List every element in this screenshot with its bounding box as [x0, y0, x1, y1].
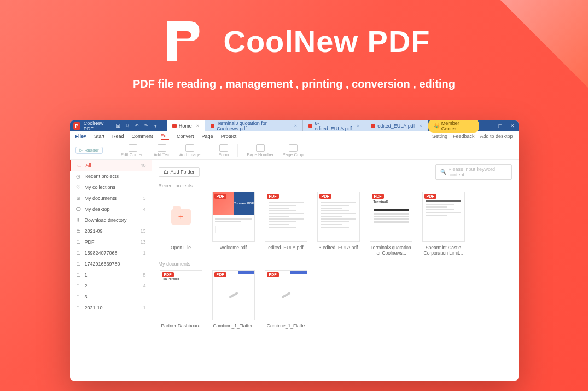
- menu-convert[interactable]: Convert: [177, 134, 194, 139]
- main-content: 🗀 Add Folder 🔍 Please input keyword cont…: [152, 160, 519, 381]
- menu-feedback[interactable]: Feedback: [453, 134, 475, 139]
- menu-comment[interactable]: Comment: [132, 134, 153, 139]
- sidebar-item-label: Recent projects: [85, 174, 119, 179]
- tab-document[interactable]: Terminal3 quotation for Coolnews.pdf ×: [205, 120, 303, 131]
- sidebar-item-count: 3: [143, 196, 145, 201]
- member-center-label: Member Center: [441, 120, 474, 131]
- sidebar-item-label: PDF: [85, 239, 95, 245]
- file-card[interactable]: PDF edited_EULA.pdf: [264, 192, 308, 256]
- menu-add-desktop[interactable]: Add to desktop: [480, 134, 513, 139]
- sidebar-item[interactable]: 🗀 2 4: [70, 280, 152, 291]
- add-folder-button[interactable]: 🗀 Add Folder: [159, 167, 200, 177]
- file-card[interactable]: PDFTerminal3 Terminal3 quotation for Coo…: [369, 192, 414, 256]
- sidebar-item[interactable]: ▭ All 40: [70, 160, 152, 171]
- app-logo-icon: [158, 16, 207, 66]
- folder-icon: 🗀: [75, 294, 81, 300]
- page-number-icon: [256, 144, 265, 152]
- tab-document[interactable]: edited_EULA.pdf ×: [365, 120, 428, 131]
- sidebar-item-count: 13: [140, 239, 145, 245]
- pdf-badge: PDF: [319, 194, 331, 199]
- member-center-button[interactable]: 👑 Member Center: [428, 120, 479, 133]
- sidebar-item[interactable]: 🗀 159824077068 1: [70, 248, 152, 258]
- sidebar-item-label: 2021-10: [85, 305, 103, 311]
- search-input[interactable]: 🔍 Please input keyword content: [435, 164, 512, 180]
- app-window: P CoolNew PDF 🖫 ⎙ ↶ ↷ ▾ Home × Terminal3…: [70, 120, 519, 381]
- window-titlebar: P CoolNew PDF 🖫 ⎙ ↶ ↷ ▾ Home × Terminal3…: [70, 120, 519, 131]
- file-name: Terminal3 quotation for Coolnews...: [369, 245, 414, 256]
- separator: [112, 144, 112, 157]
- save-icon[interactable]: 🖫: [113, 123, 123, 129]
- file-card[interactable]: PDF 6-edited_EULA.pdf: [316, 192, 361, 256]
- file-card[interactable]: PDF Spearmint Castle Corporation Limit..…: [421, 192, 466, 256]
- file-thumbnail: PDF: [212, 270, 255, 320]
- maximize-icon[interactable]: ▢: [494, 123, 507, 129]
- sidebar-item[interactable]: 🗎 My documents 3: [70, 193, 152, 204]
- crown-icon: 👑: [434, 123, 440, 129]
- close-icon[interactable]: ×: [196, 123, 199, 129]
- pdf-badge: PDF: [372, 194, 384, 199]
- sidebar-item[interactable]: 🖵 My desktop 4: [70, 204, 152, 215]
- file-card[interactable]: PDF Combine_1_Flatten: [211, 270, 256, 329]
- file-card[interactable]: PDFBD Portfolio Partner Dashboard: [159, 270, 203, 329]
- ribbon-page-crop[interactable]: Page Crop: [283, 144, 304, 157]
- menu-protect[interactable]: Protect: [221, 134, 237, 139]
- sidebar-item[interactable]: 🗀 2021-10 1: [70, 302, 152, 313]
- sidebar-item[interactable]: ⬇ Download directory: [70, 215, 152, 226]
- close-icon[interactable]: ✕: [507, 123, 519, 129]
- menu-start[interactable]: Start: [94, 134, 104, 139]
- sidebar-item[interactable]: 🗀 PDF 13: [70, 237, 152, 248]
- sidebar-item-count: 4: [143, 283, 145, 289]
- reader-mode-button[interactable]: ▷ Reader: [75, 147, 103, 154]
- close-icon[interactable]: ×: [357, 123, 359, 129]
- sidebar-item-count: 13: [140, 228, 145, 234]
- undo-icon[interactable]: ↶: [132, 123, 141, 129]
- menu-file[interactable]: File▾: [75, 134, 87, 139]
- file-card[interactable]: PDF Combine_1_Flatte: [264, 270, 308, 329]
- folder-icon: 🗀: [75, 228, 81, 234]
- sidebar-item[interactable]: ◷ Recent projects: [70, 171, 152, 182]
- menu-edit[interactable]: Edit: [161, 133, 170, 140]
- ribbon-page-number[interactable]: Page Number: [247, 144, 273, 157]
- tab-label: 6-edited_EULA.pdf: [315, 120, 352, 131]
- sidebar-item[interactable]: ♡ My collections: [70, 182, 152, 193]
- dropdown-icon[interactable]: ▾: [151, 123, 160, 129]
- sidebar-item-label: 159824077068: [85, 250, 118, 256]
- open-file-card[interactable]: + Open File: [159, 192, 203, 256]
- folder-icon: 🗀: [75, 261, 81, 267]
- ribbon-add-image[interactable]: Add Image: [179, 144, 201, 157]
- section-recent-label: Recent projects: [159, 183, 512, 188]
- play-icon: ▷: [79, 148, 83, 153]
- redo-icon[interactable]: ↷: [142, 123, 151, 129]
- tab-icon: [308, 124, 312, 128]
- ribbon-edit-content[interactable]: Edit Content: [121, 144, 145, 157]
- menu-read[interactable]: Read: [112, 134, 124, 139]
- ribbon-add-text[interactable]: Add Text: [154, 144, 171, 157]
- close-icon[interactable]: ×: [294, 123, 297, 129]
- sidebar-item-count: 5: [143, 272, 145, 278]
- file-card[interactable]: PDFCoolnew PDF Welcome.pdf: [211, 192, 256, 256]
- docs-grid: PDFBD Portfolio Partner DashboardPDF Com…: [159, 270, 512, 329]
- file-name: Spearmint Castle Corporation Limit...: [421, 245, 466, 256]
- hero-subtitle: PDF file reading , management , printing…: [0, 78, 588, 90]
- folder-icon: ◷: [75, 174, 81, 179]
- menu-page[interactable]: Page: [202, 134, 213, 139]
- file-thumbnail: PDFBD Portfolio: [160, 270, 202, 320]
- tab-home[interactable]: Home ×: [167, 120, 205, 131]
- ribbon-form[interactable]: Form: [218, 144, 229, 157]
- sidebar-item[interactable]: 🗀 1742916639780: [70, 258, 152, 269]
- tab-document[interactable]: 6-edited_EULA.pdf ×: [303, 120, 365, 131]
- minimize-icon[interactable]: —: [482, 123, 494, 129]
- ribbon-toolbar: ▷ Reader Edit Content Add Text Add Image…: [70, 141, 519, 160]
- print-icon[interactable]: ⎙: [123, 123, 132, 129]
- close-icon[interactable]: ×: [419, 123, 422, 129]
- add-text-icon: [158, 144, 166, 152]
- menu-setting[interactable]: Setting: [432, 134, 447, 139]
- document-tabs: Home × Terminal3 quotation for Coolnews.…: [167, 120, 428, 131]
- sidebar-item[interactable]: 🗀 3: [70, 291, 152, 302]
- tab-label: edited_EULA.pdf: [377, 123, 415, 129]
- folder-icon: 🗀: [75, 250, 81, 256]
- sidebar-item-label: 3: [85, 294, 88, 300]
- file-thumbnail: PDF: [317, 192, 360, 242]
- sidebar-item[interactable]: 🗀 1 5: [70, 269, 152, 280]
- sidebar-item[interactable]: 🗀 2021-09 13: [70, 226, 152, 237]
